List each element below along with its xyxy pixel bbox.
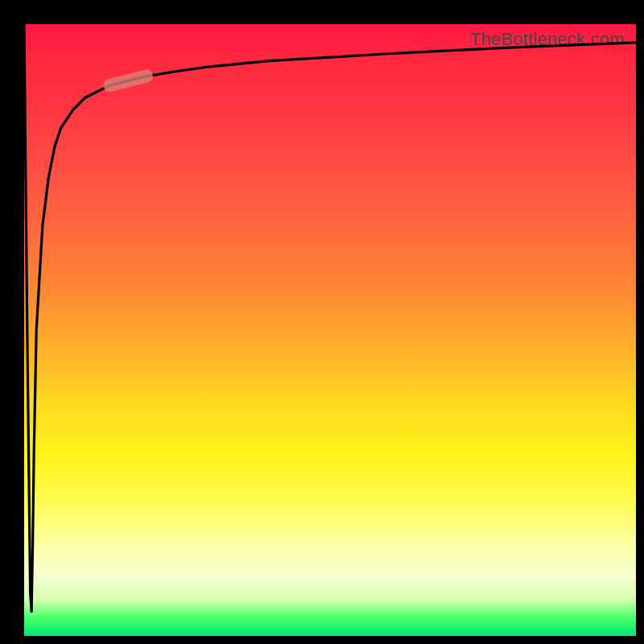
curve-highlight xyxy=(109,76,147,85)
plot-area: TheBottleneck.com xyxy=(24,24,636,636)
bottleneck-curve xyxy=(24,24,636,612)
curve-layer xyxy=(24,24,636,636)
chart-frame: TheBottleneck.com xyxy=(0,0,644,644)
